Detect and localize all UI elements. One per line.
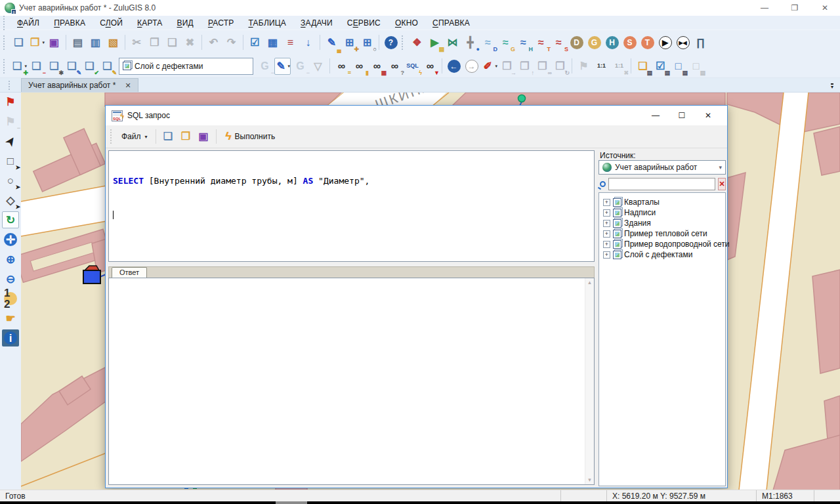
active-layer-combobox[interactable]: Слой с дефектами	[119, 58, 253, 75]
tree-expander-icon[interactable]: +	[603, 241, 610, 248]
layer-edit-mode-icon[interactable]: ❏✎	[99, 58, 116, 75]
select-icon[interactable]: ➤	[2, 133, 19, 150]
mode-h-icon[interactable]: ≈H	[515, 34, 532, 51]
print-settings-icon[interactable]: ☑▤	[652, 58, 669, 75]
window-close-button[interactable]: ✕	[810, 0, 840, 16]
link-object-icon[interactable]: ❐∞	[534, 58, 551, 75]
relink-object-icon[interactable]: ❐↻	[552, 58, 568, 75]
menu-item-10[interactable]: СПРАВКА	[425, 16, 477, 30]
sql-new-icon[interactable]: ❏	[160, 128, 177, 145]
map-tab[interactable]: Учет аварийных работ * ✕	[21, 78, 138, 92]
menu-item-9[interactable]: ОКНО	[388, 16, 425, 30]
layer-edit-icon[interactable]: ❏✎	[64, 58, 80, 75]
source-combobox[interactable]: Учет аварийных работ ▾	[598, 160, 726, 175]
window-minimize-button[interactable]: —	[749, 0, 780, 16]
layer-settings-icon[interactable]: ❏✱	[46, 58, 62, 75]
sql-dialog-minimize-button[interactable]: —	[642, 106, 669, 125]
zoom-out-icon[interactable]: ⊖	[2, 270, 19, 287]
menu-item-0[interactable]: ФАЙЛ	[10, 16, 47, 30]
print-icon[interactable]: ▤	[70, 34, 86, 51]
task-list-icon[interactable]: ☑	[247, 34, 263, 51]
legend-blocks-icon[interactable]: ❖	[409, 34, 425, 51]
layer-visibility-icon[interactable]: ❏✔	[81, 58, 98, 75]
sql-open-icon[interactable]: ❒	[178, 128, 194, 145]
chart-icon[interactable]: ∏	[692, 34, 709, 51]
zulu-g-icon[interactable]: G	[586, 34, 602, 51]
filter-icon[interactable]: ▽	[310, 58, 326, 75]
zulu-d-icon[interactable]: D	[568, 34, 585, 51]
marker-icon[interactable]: ✐▾	[481, 58, 497, 75]
tree-expander-icon[interactable]: +	[603, 209, 610, 217]
print-doc-icon[interactable]: ❏▤	[635, 58, 651, 75]
print-off-icon[interactable]: □▤	[688, 58, 704, 75]
pan-icon[interactable]: ☛	[2, 310, 19, 327]
new-table-icon[interactable]: ⊞✚	[341, 34, 358, 51]
layer-add-icon[interactable]: ❏✚▾	[10, 58, 27, 75]
move-object-icon[interactable]: ❐↑	[516, 58, 533, 75]
find-by-code-icon[interactable]: ∞?	[387, 58, 403, 75]
script-run-icon[interactable]: ▶▤	[427, 34, 443, 51]
tree-item-3[interactable]: +Пример тепловой сети	[600, 228, 724, 239]
sql-dialog-close-button[interactable]: ✕	[695, 106, 721, 125]
help-icon[interactable]: ?	[383, 34, 399, 51]
scale-1-1-icon[interactable]: 1:1	[593, 58, 610, 75]
graph-off-icon[interactable]: G−	[292, 58, 308, 75]
result-tab[interactable]: Ответ	[112, 267, 147, 278]
zulu-h-icon[interactable]: H	[604, 34, 620, 51]
report-icon[interactable]: ≡	[282, 34, 299, 51]
copy-object-icon[interactable]: ❐→	[499, 58, 515, 75]
find-address-icon[interactable]: ∞▼	[422, 58, 438, 75]
save-icon[interactable]: ▣	[46, 34, 62, 51]
select-polygon-icon[interactable]: ◇➤	[2, 192, 19, 209]
menu-item-3[interactable]: КАРТА	[130, 16, 169, 30]
delete-icon[interactable]: ✖	[182, 34, 198, 51]
network-icon[interactable]: ╋●	[462, 34, 478, 51]
info-icon[interactable]: i	[2, 329, 19, 346]
back-icon[interactable]: ←	[446, 58, 462, 75]
menu-item-4[interactable]: ВИД	[170, 16, 201, 30]
tree-item-5[interactable]: +Слой с дефектами	[600, 249, 724, 260]
zulu-t-icon[interactable]: T	[639, 34, 656, 51]
tree-item-0[interactable]: +Кварталы	[600, 197, 724, 207]
tab-overflow-icon[interactable]: ▾	[831, 83, 833, 89]
zulu-s-icon[interactable]: S	[621, 34, 638, 51]
db-edit-icon[interactable]: ✎▄	[324, 34, 340, 51]
ruler-icon[interactable]: 1 2	[2, 290, 19, 307]
menu-item-7[interactable]: ЗАДАЧИ	[293, 16, 340, 30]
window-restore-button[interactable]: ❐	[780, 0, 810, 16]
mode-g-icon[interactable]: ≈G	[497, 34, 514, 51]
label-tag-icon[interactable]: ⚑	[576, 58, 592, 75]
tree-expander-icon[interactable]: +	[603, 220, 610, 227]
sql-editor[interactable]: SELECT [Внутренний диаметр трубы, м] AS …	[108, 150, 595, 262]
valve-icon[interactable]: ⋈	[444, 34, 461, 51]
menu-item-6[interactable]: ТАБЛИЦА	[241, 16, 293, 30]
marker-icon-dropdown[interactable]: ▾	[495, 64, 497, 69]
cut-icon[interactable]: ✂	[129, 34, 145, 51]
copy-icon[interactable]: ❐	[146, 34, 163, 51]
edit-pen-icon-dropdown[interactable]: ▾	[287, 64, 290, 69]
redo-icon[interactable]: ↷	[223, 34, 240, 51]
open-map-icon-dropdown[interactable]: ▾	[42, 40, 45, 45]
sql-run-button[interactable]: ϟ Выполнить	[220, 127, 282, 146]
mode-d-icon[interactable]: ≈D	[480, 34, 496, 51]
select-circle-icon[interactable]: ○➤	[2, 172, 19, 189]
layer-add-icon-dropdown[interactable]: ▾	[24, 64, 27, 69]
open-map-icon[interactable]: ❒▾	[28, 34, 45, 51]
undo-icon[interactable]: ↶	[205, 34, 222, 51]
step-end-icon[interactable]: ▸◂	[675, 34, 691, 51]
sql-dialog-maximize-button[interactable]: ☐	[669, 106, 695, 125]
find-by-attribute-icon[interactable]: ∞=	[333, 58, 350, 75]
mode-s-icon[interactable]: ≈S	[551, 34, 567, 51]
tree-item-2[interactable]: +Здания	[600, 218, 724, 228]
paste-icon[interactable]: ❑	[164, 34, 180, 51]
scroll-down-icon[interactable]: ▾	[588, 477, 591, 483]
find-by-theme-icon[interactable]: ∞▦	[369, 58, 385, 75]
graph-remove-icon[interactable]: G−	[257, 58, 273, 75]
table-search-icon[interactable]: ⊞○	[359, 34, 375, 51]
mode-t-icon[interactable]: ≈T	[533, 34, 549, 51]
scroll-up-icon[interactable]: ▴	[588, 280, 591, 285]
sql-query-icon[interactable]: SQLϟ	[404, 58, 421, 75]
layer-remove-icon[interactable]: ❏−	[28, 58, 45, 75]
sql-save-icon[interactable]: ▣	[196, 128, 212, 145]
layer-search-input[interactable]	[608, 178, 715, 190]
